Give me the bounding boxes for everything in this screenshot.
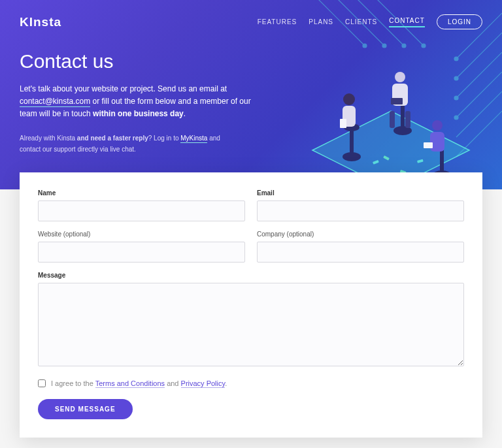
already-bold: and need a faster reply	[77, 135, 148, 142]
svg-rect-20	[391, 98, 403, 104]
contact-email-link[interactable]: contact@kinsta.com	[20, 97, 90, 107]
svg-point-14	[343, 93, 355, 105]
email-label: Email	[257, 189, 464, 197]
page-title: Contact us	[20, 50, 268, 72]
svg-rect-15	[340, 119, 346, 128]
company-label: Company (optional)	[257, 231, 464, 238]
website-input[interactable]	[38, 242, 245, 263]
website-field-group: Website (optional)	[38, 231, 245, 263]
login-button[interactable]: LOGIN	[437, 14, 482, 29]
svg-rect-27	[424, 142, 433, 148]
nav-links: FEATURES PLANS CLIENTS CONTACT LOGIN	[258, 14, 482, 29]
message-field-group: Message	[38, 272, 464, 369]
consent-text: I agree to the Terms and Conditions and …	[51, 379, 227, 387]
already-text: Already with Kinsta and need a faster re…	[20, 133, 242, 155]
name-label: Name	[38, 189, 245, 197]
message-textarea[interactable]	[38, 283, 464, 366]
intro-bold: within one business day	[93, 109, 184, 118]
email-input[interactable]	[257, 200, 464, 221]
svg-point-19	[395, 72, 405, 82]
nav-features[interactable]: FEATURES	[258, 18, 297, 25]
consent-and: and	[165, 379, 180, 387]
hero-illustration	[286, 46, 495, 189]
send-message-button[interactable]: SEND MESSAGE	[38, 399, 133, 419]
consent-checkbox[interactable]	[38, 379, 46, 387]
name-input[interactable]	[38, 200, 245, 221]
intro-pre: Let's talk about your website or project…	[20, 84, 227, 93]
mykinsta-link[interactable]: MyKinsta	[180, 135, 207, 143]
already-q: ? Log in to	[148, 135, 180, 142]
svg-rect-25	[430, 132, 444, 152]
company-field-group: Company (optional)	[257, 231, 464, 263]
intro-end: .	[184, 109, 186, 118]
intro-text: Let's talk about your website or project…	[20, 83, 268, 121]
consent-pre: I agree to the	[51, 379, 95, 387]
terms-link[interactable]: Terms and Conditions	[95, 379, 165, 388]
nav-contact[interactable]: CONTACT	[389, 17, 425, 27]
company-input[interactable]	[257, 242, 464, 263]
consent-row: I agree to the Terms and Conditions and …	[38, 379, 464, 387]
svg-point-26	[432, 120, 443, 131]
svg-rect-21	[390, 111, 395, 128]
already-pre: Already with Kinsta	[20, 135, 77, 142]
hero-section: KInsta FEATURES PLANS CLIENTS CONTACT LO…	[0, 0, 502, 189]
nav-clients[interactable]: CLIENTS	[345, 18, 377, 25]
svg-rect-17	[401, 106, 405, 131]
message-label: Message	[38, 272, 464, 279]
name-field-group: Name	[38, 189, 245, 221]
hero-content: Contact us Let's talk about your website…	[20, 50, 268, 155]
nav-plans[interactable]: PLANS	[309, 18, 333, 25]
top-nav: KInsta FEATURES PLANS CLIENTS CONTACT LO…	[20, 14, 482, 29]
website-label: Website (optional)	[38, 231, 245, 238]
consent-end: .	[225, 379, 227, 387]
privacy-link[interactable]: Privacy Policy	[181, 379, 226, 388]
contact-form-card: Name Email Website (optional) Company (o…	[20, 172, 482, 438]
logo[interactable]: KInsta	[20, 15, 61, 29]
svg-rect-22	[405, 111, 410, 128]
email-field-group: Email	[257, 189, 464, 221]
svg-rect-11	[350, 131, 354, 157]
svg-rect-24	[440, 150, 444, 175]
